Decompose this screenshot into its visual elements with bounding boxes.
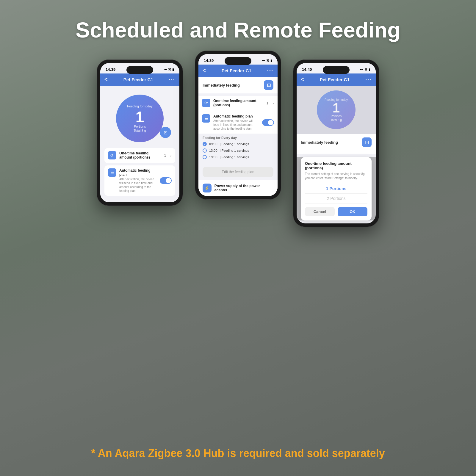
slot-0-label: | Feeding 1 servings	[220, 142, 249, 146]
modal-option-1[interactable]: 1 Portions	[305, 184, 367, 194]
phone-1-auto-plan-item[interactable]: ☰ Automatic feeding plan After activatio…	[104, 165, 175, 196]
p2-one-time-arrow: ›	[273, 101, 274, 106]
phone-3-feeding-number: 1	[333, 101, 340, 115]
phone-3-status-icons: ▪▪▪ ⌘ ▮	[360, 68, 370, 71]
p2-one-time-value: 1	[267, 101, 269, 105]
slot-2-time: 19:00	[209, 155, 217, 159]
signal-icon: ▪▪▪	[164, 68, 167, 71]
auto-plan-toggle[interactable]	[160, 177, 172, 184]
phone-3-time: 14:40	[302, 67, 312, 72]
power-text: Power supply of the power adapter	[214, 184, 273, 192]
p3-immediately-icon: ⊡	[362, 137, 372, 147]
feeding-slot-0[interactable]: 09:00 | Feeding 1 servings	[203, 142, 273, 146]
phone-3-feeding-circle: Feeding for today 1 Portions Total 8 g	[317, 90, 356, 129]
phone-3-immediately-row[interactable]: Immediately feeding ⊡	[301, 137, 372, 147]
phone-1-notch	[126, 66, 153, 74]
phone-3-notch	[323, 66, 350, 74]
phone-2-feeding-list: Feeding for Every day 09:00 | Feeding 1 …	[198, 134, 278, 164]
one-time-icon: ⟳	[108, 151, 116, 159]
wifi-icon: ⌘	[168, 68, 171, 71]
one-time-title: One-time feeding amount (portions)	[119, 151, 161, 159]
modal-cancel-button[interactable]: Cancel	[305, 207, 335, 216]
immediately-label: Immediately feeding	[203, 83, 240, 87]
phone-1-feed-now-button[interactable]: ⊡	[160, 127, 171, 138]
phone-1-screen: 14:39 ▪▪▪ ⌘ ▮ < Pet Feeder C1 ··· Fee	[100, 63, 179, 202]
phone-2-status-icons: ▪▪▪ ⌘ ▮	[262, 59, 272, 62]
phone-1-main: Feeding for today 1 Portions Total 8 g ⊡…	[100, 86, 179, 202]
phone-2-time: 14:39	[204, 58, 214, 63]
phone-1-main-area: Feeding for today 1 Portions Total 8 g ⊡	[104, 95, 175, 142]
modal-title: One-time feeding amount (portions)	[305, 161, 367, 170]
main-title: Scheduled and Remote Feeding	[0, 18, 476, 42]
phone-3-dots-button[interactable]: ···	[365, 76, 372, 83]
phone-1-one-time-item[interactable]: ⟳ One-time feeding amount (portions) 1 ›	[104, 148, 175, 163]
phone-3-app-header: < Pet Feeder C1 ···	[297, 73, 376, 86]
phone-3-feeding-label: Feeding for today	[325, 98, 348, 101]
auto-plan-title: Automatic feeding plan	[119, 168, 157, 177]
p2-one-time-icon: ⟳	[202, 99, 210, 107]
phone-3-header-title: Pet Feeder C1	[320, 77, 350, 82]
p2-one-time-title: One-time feeding amount (portions)	[213, 99, 264, 107]
p2-auto-plan-text: Automatic feeding plan After activation,…	[213, 114, 259, 131]
edit-plan-button[interactable]: Edit the feeding plan	[203, 167, 273, 177]
bottom-note: * An Aqara Zigbee 3.0 Hub is required an…	[0, 447, 476, 460]
p2-auto-plan-sub: After activation, the device will feed i…	[213, 119, 259, 131]
phone-1: 14:39 ▪▪▪ ⌘ ▮ < Pet Feeder C1 ··· Fee	[97, 60, 183, 206]
slot-1-dot	[203, 148, 207, 153]
phone-3-back-button[interactable]: <	[301, 76, 304, 83]
phone-2-one-time-item[interactable]: ⟳ One-time feeding amount (portions) 1 ›	[198, 96, 278, 111]
phone-2-immediately-row[interactable]: Immediately feeding ⊡	[198, 77, 278, 93]
phone-3: 14:40 ▪▪▪ ⌘ ▮ < Pet Feeder C1 ··· Feedin…	[293, 60, 379, 227]
phone-1-feeding-number: 1	[136, 109, 144, 125]
phone-3-immediately-label: Immediately feeding	[301, 140, 338, 145]
feed-now-icon: ⊡	[164, 130, 167, 135]
slot-0-dot	[203, 142, 207, 146]
auto-plan-text: Automatic feeding plan After activation,…	[119, 168, 157, 193]
p2-signal-icon: ▪▪▪	[262, 59, 265, 62]
phone-3-modal-box: One-time feeding amount (portions) The c…	[301, 157, 372, 220]
p2-auto-plan-title: Automatic feeding plan	[213, 114, 259, 118]
phone-3-screen: 14:40 ▪▪▪ ⌘ ▮ < Pet Feeder C1 ··· Feedin…	[297, 63, 376, 223]
power-icon: ⚡	[203, 184, 212, 192]
phone-1-dots-button[interactable]: ···	[169, 76, 175, 83]
slot-1-label: | Feeding 1 servings	[220, 149, 249, 152]
auto-plan-icon: ☰	[108, 168, 116, 177]
feeding-every-day-title: Feeding for Every day	[203, 136, 273, 140]
feeding-slot-2[interactable]: 19:00 | Feeding 1 servings	[203, 155, 273, 159]
phone-2-back-button[interactable]: <	[203, 68, 206, 74]
phone-1-back-button[interactable]: <	[104, 76, 108, 83]
phone-1-header-title: Pet Feeder C1	[123, 77, 153, 82]
phone-2-power-item[interactable]: ⚡ Power supply of the power adapter	[198, 180, 278, 196]
p3-signal-icon: ▪▪▪	[360, 68, 363, 71]
phone-1-feeding-total: Total 8 g	[134, 129, 146, 132]
p3-wifi-icon: ⌘	[364, 68, 367, 71]
immediately-icon: ⊡	[264, 80, 273, 90]
phone-2-dots-button[interactable]: ···	[267, 68, 273, 74]
phone-1-app-header: < Pet Feeder C1 ···	[100, 73, 179, 86]
phone-1-feeding-circle: Feeding for today 1 Portions Total 8 g	[116, 95, 164, 142]
phone-2-auto-plan-item[interactable]: ☰ Automatic feeding plan After activatio…	[198, 111, 278, 134]
p2-one-time-text: One-time feeding amount (portions)	[213, 99, 264, 108]
modal-option-2[interactable]: 2 Portions	[305, 194, 367, 203]
modal-buttons: Cancel OK	[305, 207, 367, 216]
phone-2-app-header: < Pet Feeder C1 ···	[198, 65, 278, 77]
phone-3-bg-section: Feeding for today 1 Portions Total 8 g	[297, 86, 376, 134]
phone-1-feeding-label: Feeding for today	[127, 104, 153, 108]
phone-1-status-icons: ▪▪▪ ⌘ ▮	[164, 68, 174, 71]
phones-container: 14:39 ▪▪▪ ⌘ ▮ < Pet Feeder C1 ··· Fee	[0, 60, 476, 227]
slot-2-dot	[203, 155, 207, 159]
modal-ok-button[interactable]: OK	[338, 207, 367, 216]
slot-0-time: 09:00	[209, 142, 217, 146]
phone-2-screen: 14:39 ▪▪▪ ⌘ ▮ < Pet Feeder C1 ··· Immedi…	[198, 54, 278, 196]
p2-auto-plan-toggle[interactable]	[262, 119, 274, 126]
phone-3-white-section: Immediately feeding ⊡	[297, 134, 376, 154]
battery-icon: ▮	[172, 68, 174, 71]
phone-2-header-title: Pet Feeder C1	[222, 68, 251, 73]
one-time-arrow: ›	[170, 153, 172, 158]
feeding-slot-1[interactable]: 13:00 | Feeding 1 servings	[203, 148, 273, 153]
modal-desc: The current setting of one serving is ab…	[305, 172, 367, 180]
one-time-text: One-time feeding amount (portions)	[119, 151, 161, 160]
auto-plan-sub: After activation, the device will feed i…	[119, 177, 157, 193]
p3-battery-icon: ▮	[369, 68, 370, 71]
phone-2-notch	[225, 57, 251, 65]
